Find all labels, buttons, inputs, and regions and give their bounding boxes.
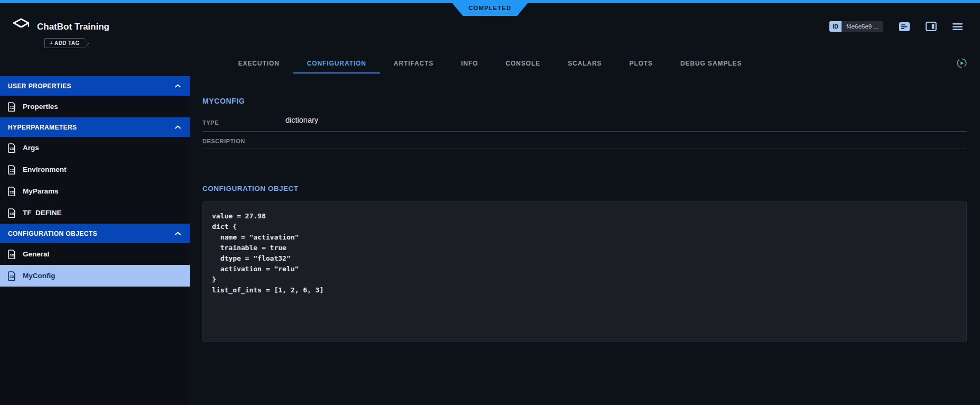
type-field-label: TYPE xyxy=(202,119,219,126)
chevron-up-icon xyxy=(174,124,181,131)
sidebar-item-args[interactable]: Args xyxy=(0,137,190,159)
configuration-object-heading: CONFIGURATION OBJECT xyxy=(202,185,299,192)
tab-configuration[interactable]: CONFIGURATION xyxy=(293,53,380,74)
sidebar-item-label: General xyxy=(23,250,49,258)
sidebar-item-label: MyParams xyxy=(23,187,59,195)
configuration-panel: MYCONFIG TYPE dictionary DESCRIPTION CON… xyxy=(190,76,980,405)
divider xyxy=(202,149,967,149)
tab-artifacts[interactable]: ARTIFACTS xyxy=(380,53,447,74)
tab-scalars[interactable]: SCALARS xyxy=(554,53,615,74)
document-icon xyxy=(8,187,16,196)
tab-bar: EXECUTION CONFIGURATION ARTIFACTS INFO C… xyxy=(0,53,980,74)
sidebar-section-configuration-objects[interactable]: CONFIGURATION OBJECTS xyxy=(0,224,190,243)
id-value: f4e6e5e9 ... xyxy=(842,21,883,32)
sidebar-section-hyperparameters[interactable]: HYPERPARAMETERS xyxy=(0,117,190,137)
document-icon xyxy=(8,143,16,153)
tab-info[interactable]: INFO xyxy=(447,53,492,74)
tab-plots[interactable]: PLOTS xyxy=(616,53,667,74)
experiment-logo-icon xyxy=(13,18,30,36)
sidebar-item-label: Properties xyxy=(23,103,58,111)
section-title: HYPERPARAMETERS xyxy=(8,124,77,131)
sidebar-item-properties[interactable]: Properties xyxy=(0,96,190,117)
sidebar-item-label: Environment xyxy=(23,165,67,173)
document-icon xyxy=(8,250,16,259)
sidebar-item-environment[interactable]: Environment xyxy=(0,159,190,180)
chevron-up-icon xyxy=(174,82,181,90)
document-icon xyxy=(8,165,16,174)
sidebar-section-user-properties[interactable]: USER PROPERTIES xyxy=(0,76,190,96)
sidebar-item-label: Args xyxy=(23,144,39,152)
add-tag-button[interactable]: + ADD TAG xyxy=(44,38,84,48)
configuration-code-text: value = 27.98 dict { name = "activation"… xyxy=(203,202,966,305)
chevron-up-icon xyxy=(174,230,181,237)
tab-debug-samples[interactable]: DEBUG SAMPLES xyxy=(667,53,755,74)
sidebar-item-myparams[interactable]: MyParams xyxy=(0,180,190,202)
section-title: USER PROPERTIES xyxy=(8,82,71,90)
sidebar-item-label: MyConfig xyxy=(23,272,56,280)
layout-panel-icon[interactable] xyxy=(926,22,937,31)
status-badge: COMPLETED xyxy=(450,0,531,16)
sidebar-item-tf-define[interactable]: TF_DEFINE xyxy=(0,202,190,224)
sidebar-item-label: TF_DEFINE xyxy=(23,209,62,217)
id-badge[interactable]: ID f4e6e5e9 ... xyxy=(829,21,883,32)
description-field-label: DESCRIPTION xyxy=(202,138,245,144)
divider xyxy=(202,131,967,132)
config-sidebar: USER PROPERTIES Properties HYPERPARAMETE… xyxy=(0,76,190,405)
section-title: CONFIGURATION OBJECTS xyxy=(8,230,97,237)
tab-console[interactable]: CONSOLE xyxy=(492,53,554,74)
page-title: ChatBot Training xyxy=(37,22,109,32)
sidebar-item-general[interactable]: General xyxy=(0,243,190,265)
document-icon xyxy=(8,208,16,218)
document-icon xyxy=(8,271,16,281)
console-icon[interactable] xyxy=(899,22,910,31)
configuration-code-box: value = 27.98 dict { name = "activation"… xyxy=(202,201,967,342)
type-field-value: dictionary xyxy=(285,116,318,124)
tab-execution[interactable]: EXECUTION xyxy=(225,53,293,74)
menu-icon[interactable] xyxy=(953,23,963,31)
document-icon xyxy=(8,102,16,112)
id-label: ID xyxy=(829,21,842,32)
config-object-title: MYCONFIG xyxy=(202,97,245,105)
auto-refresh-icon[interactable] xyxy=(956,57,968,71)
sidebar-item-myconfig[interactable]: MyConfig xyxy=(0,265,190,287)
